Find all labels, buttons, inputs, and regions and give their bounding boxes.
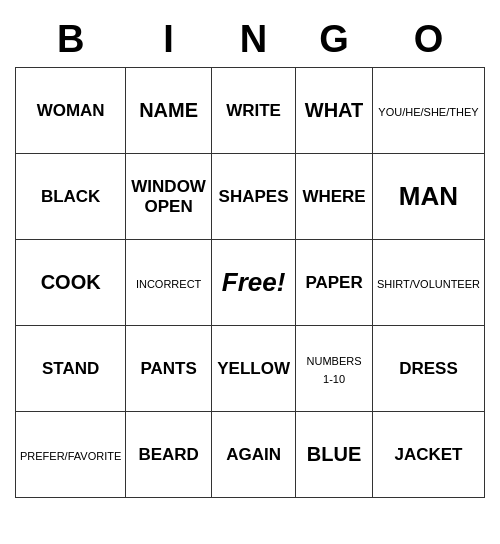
cell-text: DRESS bbox=[399, 359, 458, 378]
cell-text: NUMBERS1-10 bbox=[307, 355, 362, 385]
bingo-cell: WOMAN bbox=[16, 68, 126, 154]
bingo-grid: BINGO WOMANNAMEWRITEWHATYOU/HE/SHE/THEYB… bbox=[15, 12, 485, 498]
bingo-cell: YOU/HE/SHE/THEY bbox=[372, 68, 484, 154]
cell-text: Free! bbox=[222, 267, 286, 297]
bingo-cell: YELLOW bbox=[211, 326, 295, 412]
bingo-cell: BLACK bbox=[16, 154, 126, 240]
cell-text: BLUE bbox=[307, 443, 361, 465]
cell-text: COOK bbox=[41, 271, 101, 293]
bingo-cell: DRESS bbox=[372, 326, 484, 412]
bingo-cell: JACKET bbox=[372, 412, 484, 498]
bingo-cell: STAND bbox=[16, 326, 126, 412]
cell-text: JACKET bbox=[394, 445, 462, 464]
cell-text: YELLOW bbox=[217, 359, 290, 378]
cell-text: WOMAN bbox=[37, 101, 105, 120]
bingo-cell: PREFER/FAVORITE bbox=[16, 412, 126, 498]
bingo-cell: NAME bbox=[126, 68, 212, 154]
cell-text: NAME bbox=[139, 99, 198, 121]
cell-text: INCORRECT bbox=[136, 278, 201, 290]
cell-text: WRITE bbox=[226, 101, 281, 120]
cell-text: SHAPES bbox=[219, 187, 289, 206]
cell-text: YOU/HE/SHE/THEY bbox=[378, 106, 478, 118]
bingo-cell: COOK bbox=[16, 240, 126, 326]
cell-text: BEARD bbox=[138, 445, 198, 464]
bingo-cell: PANTS bbox=[126, 326, 212, 412]
cell-text: WHERE bbox=[302, 187, 365, 206]
bingo-header-letter: N bbox=[211, 12, 295, 68]
bingo-cell: WINDOWOPEN bbox=[126, 154, 212, 240]
cell-text: PREFER/FAVORITE bbox=[20, 450, 121, 462]
bingo-cell: SHIRT/VOLUNTEER bbox=[372, 240, 484, 326]
bingo-cell: SHAPES bbox=[211, 154, 295, 240]
bingo-cell: WHERE bbox=[296, 154, 373, 240]
bingo-cell: MAN bbox=[372, 154, 484, 240]
bingo-cell: WRITE bbox=[211, 68, 295, 154]
bingo-cell: INCORRECT bbox=[126, 240, 212, 326]
bingo-header bbox=[15, 0, 485, 12]
bingo-header-letter: I bbox=[126, 12, 212, 68]
cell-text: AGAIN bbox=[226, 445, 281, 464]
cell-text: PAPER bbox=[305, 273, 362, 292]
bingo-header-letter: B bbox=[16, 12, 126, 68]
bingo-cell: NUMBERS1-10 bbox=[296, 326, 373, 412]
cell-text: PANTS bbox=[140, 359, 196, 378]
bingo-header-letter: O bbox=[372, 12, 484, 68]
cell-text: SHIRT/VOLUNTEER bbox=[377, 278, 480, 290]
cell-text: BLACK bbox=[41, 187, 101, 206]
bingo-header-letter: G bbox=[296, 12, 373, 68]
bingo-cell: AGAIN bbox=[211, 412, 295, 498]
cell-text: STAND bbox=[42, 359, 99, 378]
cell-text: MAN bbox=[399, 181, 458, 211]
bingo-cell: BLUE bbox=[296, 412, 373, 498]
bingo-cell: BEARD bbox=[126, 412, 212, 498]
bingo-cell: PAPER bbox=[296, 240, 373, 326]
cell-text: WINDOWOPEN bbox=[131, 177, 206, 216]
bingo-cell: Free! bbox=[211, 240, 295, 326]
bingo-cell: WHAT bbox=[296, 68, 373, 154]
cell-text: WHAT bbox=[305, 99, 364, 121]
